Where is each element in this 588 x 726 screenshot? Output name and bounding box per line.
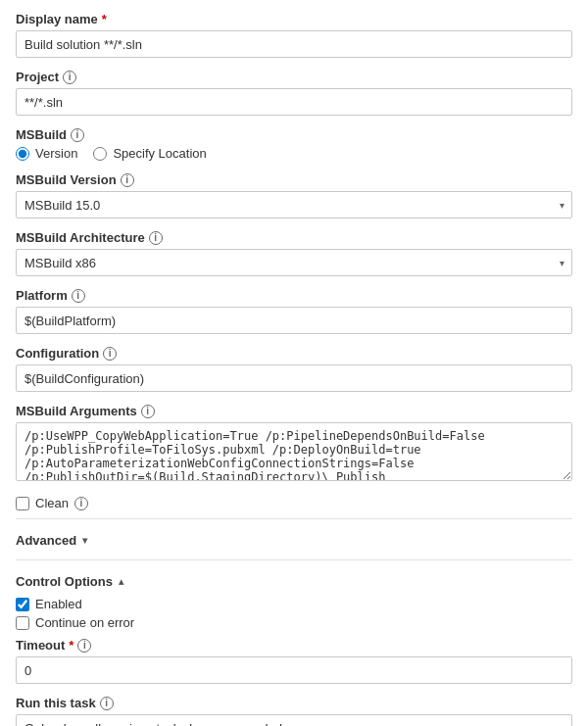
platform-input[interactable]	[16, 307, 572, 334]
msbuild-radio-specify[interactable]	[93, 147, 107, 161]
advanced-section-header[interactable]: Advanced ▾	[16, 527, 572, 552]
platform-label: Platform i	[16, 288, 572, 303]
platform-info-icon[interactable]: i	[72, 289, 85, 303]
msbuild-arch-info-icon[interactable]: i	[149, 231, 163, 245]
msbuild-version-info-icon[interactable]: i	[121, 173, 134, 187]
platform-field: Platform i	[16, 288, 572, 334]
msbuild-field: MSBuild i Version Specify Location	[16, 127, 572, 161]
continue-on-error-row: Continue on error	[16, 615, 572, 630]
msbuild-version-label: MSBuild Version i	[16, 172, 572, 187]
enabled-row: Enabled	[16, 597, 572, 611]
clean-checkbox[interactable]	[16, 497, 29, 510]
timeout-input[interactable]	[16, 656, 572, 684]
msbuild-radio-version[interactable]	[16, 147, 29, 161]
configuration-input[interactable]	[16, 364, 572, 392]
project-field: Project i	[16, 70, 572, 116]
clean-label[interactable]: Clean	[35, 496, 69, 510]
run-this-task-select[interactable]: Only when all previous tasks have succee…	[16, 714, 572, 726]
msbuild-radio-version-option[interactable]: Version	[16, 146, 77, 161]
control-options-chevron-icon: ▴	[119, 576, 123, 587]
msbuild-radio-specify-option[interactable]: Specify Location	[93, 146, 206, 161]
clean-row: Clean i	[16, 496, 572, 510]
timeout-label: Timeout * i	[16, 638, 572, 653]
msbuild-arch-select[interactable]: MSBuild x86 MSBuild x64	[16, 249, 572, 276]
project-info-icon[interactable]: i	[63, 71, 76, 84]
display-name-field: Display name	[16, 12, 572, 58]
advanced-divider	[16, 518, 572, 519]
msbuild-args-textarea[interactable]: /p:UseWPP_CopyWebApplication=True /p:Pip…	[16, 422, 572, 481]
enabled-checkbox[interactable]	[16, 598, 29, 611]
msbuild-arch-field: MSBuild Architecture i MSBuild x86 MSBui…	[16, 230, 572, 276]
continue-on-error-checkbox[interactable]	[16, 616, 29, 630]
msbuild-args-label: MSBuild Arguments i	[16, 404, 572, 418]
control-options-section-header[interactable]: Control Options ▴	[16, 568, 572, 593]
project-label: Project i	[16, 70, 572, 84]
msbuild-arch-dropdown-wrapper: MSBuild x86 MSBuild x64 ▾	[16, 249, 572, 276]
timeout-info-icon[interactable]: i	[77, 639, 91, 653]
continue-on-error-label[interactable]: Continue on error	[35, 615, 134, 630]
configuration-field: Configuration i	[16, 346, 572, 392]
advanced-chevron-icon: ▾	[82, 535, 87, 546]
control-options-divider	[16, 559, 572, 560]
clean-info-icon[interactable]: i	[74, 497, 88, 510]
msbuild-version-dropdown-wrapper: MSBuild 15.0 MSBuild 14.0 MSBuild 12.0 M…	[16, 191, 572, 218]
display-name-input[interactable]	[16, 30, 572, 58]
msbuild-radio-group: Version Specify Location	[16, 146, 572, 161]
configuration-info-icon[interactable]: i	[103, 347, 117, 361]
msbuild-args-info-icon[interactable]: i	[141, 405, 155, 418]
timeout-required-star: *	[69, 638, 74, 653]
msbuild-arch-label: MSBuild Architecture i	[16, 230, 572, 245]
configuration-label: Configuration i	[16, 346, 572, 361]
run-this-task-dropdown-wrapper: Only when all previous tasks have succee…	[16, 714, 572, 726]
msbuild-label: MSBuild i	[16, 127, 572, 142]
msbuild-version-field: MSBuild Version i MSBuild 15.0 MSBuild 1…	[16, 172, 572, 218]
msbuild-version-select[interactable]: MSBuild 15.0 MSBuild 14.0 MSBuild 12.0 M…	[16, 191, 572, 218]
enabled-label[interactable]: Enabled	[35, 597, 82, 611]
timeout-field: Timeout * i	[16, 638, 572, 684]
run-this-task-info-icon[interactable]: i	[100, 697, 114, 710]
project-input[interactable]	[16, 88, 572, 116]
run-this-task-field: Run this task i Only when all previous t…	[16, 696, 572, 726]
run-this-task-label: Run this task i	[16, 696, 572, 710]
display-name-label: Display name	[16, 12, 572, 26]
msbuild-info-icon[interactable]: i	[71, 128, 84, 142]
msbuild-args-field: MSBuild Arguments i /p:UseWPP_CopyWebApp…	[16, 404, 572, 484]
